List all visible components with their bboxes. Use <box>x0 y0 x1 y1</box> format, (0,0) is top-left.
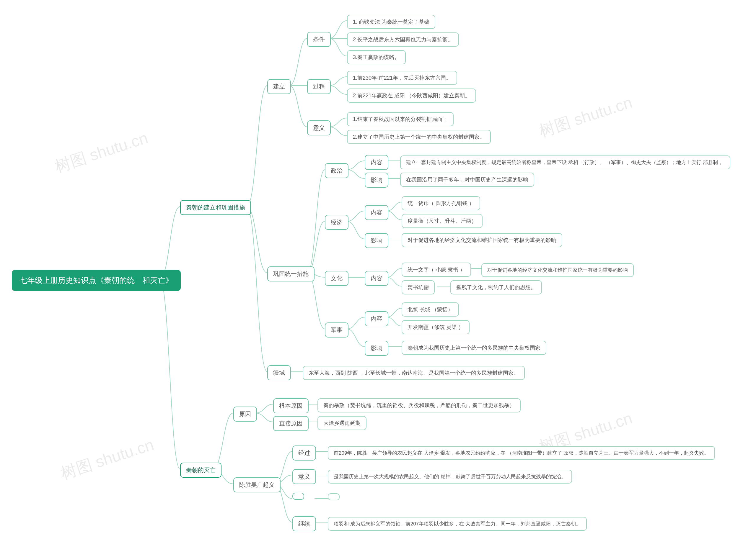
node-politics-impact[interactable]: 影响 <box>365 173 388 188</box>
node-culture-content[interactable]: 内容 <box>365 271 388 286</box>
leaf-military-south: 开发南疆（修筑 灵渠 ） <box>402 320 469 334</box>
leaf-economy-measure: 度量衡（尺寸、升斗、斤两） <box>402 214 482 228</box>
node-uprising-process[interactable]: 经过 <box>292 445 316 460</box>
leaf-culture-burn: 焚书坑儒 <box>402 280 435 294</box>
node-politics[interactable]: 政治 <box>325 163 348 178</box>
leaf-military-impact: 秦朝成为我国历史上第一个统一的多民族的中央集权国家 <box>402 341 546 355</box>
node-military-impact[interactable]: 影响 <box>365 341 388 356</box>
node-economy[interactable]: 经济 <box>325 215 348 230</box>
leaf-politics-content: 建立一套封建专制主义中央集权制度，规定最高统治者称皇帝，皇帝下设 丞相 （行政）… <box>400 155 730 169</box>
watermark: 树图 shutu.cn <box>52 127 151 178</box>
node-economy-impact[interactable]: 影响 <box>365 233 388 248</box>
leaf-economy-impact: 对于促进各地的经济文化交流和维护国家统一有极为重要的影响 <box>402 233 562 247</box>
leaf-uprising-continue: 项羽和 成为后来起义军的领袖。前207年项羽以少胜多，在 大败秦军主力。同一年，… <box>328 517 587 531</box>
leaf-culture-script: 统一文字（ 小篆.隶书 ） <box>402 263 471 277</box>
node-fall-reason[interactable]: 原因 <box>233 407 257 422</box>
branch-establish-consolidate[interactable]: 秦朝的建立和巩固措施 <box>180 200 251 215</box>
leaf-economy-currency: 统一货币（ 圆形方孔铜钱 ） <box>402 196 480 211</box>
leaf-sig-2: 2.建立了中国历史上第一个统一的中央集权的封建国家。 <box>347 130 491 144</box>
node-root-cause[interactable]: 根本原因 <box>273 398 309 413</box>
leaf-uprising-continue-dup <box>328 493 340 500</box>
node-conditions[interactable]: 条件 <box>307 32 331 47</box>
node-military[interactable]: 军事 <box>325 322 348 337</box>
leaf-culture-burn-impact: 摧残了文化，制约了人们的思想。 <box>450 280 542 294</box>
node-uprising-sig[interactable]: 意义 <box>292 469 316 484</box>
node-significance[interactable]: 意义 <box>307 120 331 135</box>
leaf-proc-2: 2.前221年嬴政在 咸阳 （今陕西咸阳）建立秦朝。 <box>347 89 476 103</box>
node-uprising[interactable]: 陈胜吴广起义 <box>233 477 281 493</box>
node-territory[interactable]: 疆域 <box>267 365 291 380</box>
leaf-direct-cause: 大泽乡遇雨延期 <box>317 416 366 430</box>
leaf-uprising-sig: 是我国历史上第一次大规模的农民起义。他们的 精神，鼓舞了后世千百万劳动人民起来反… <box>328 470 572 484</box>
leaf-politics-impact: 在我国沿用了两千多年，对中国历史产生深远的影响 <box>400 173 534 187</box>
leaf-territory: 东至大海，西到 陇西 ，北至长城一带，南达南海。是我国第一个统一的多民族封建国家… <box>303 366 525 380</box>
leaf-military-wall: 北筑 长城 （蒙恬） <box>402 302 459 316</box>
node-economy-content[interactable]: 内容 <box>365 205 388 220</box>
leaf-cond-3: 3.秦王嬴政的谋略。 <box>347 50 406 64</box>
watermark: 树图 shutu.cn <box>58 434 157 485</box>
node-uprising-cont-spacer <box>292 493 304 500</box>
leaf-cond-2: 2.长平之战后东方六国再也无力与秦抗衡。 <box>347 32 459 47</box>
node-military-content[interactable]: 内容 <box>365 311 388 326</box>
node-process[interactable]: 过程 <box>307 79 331 94</box>
node-uprising-continue2[interactable]: 继续 <box>292 516 316 531</box>
leaf-culture-script-impact: 对于促进各地的经济文化交流和维护国家统一有极为重要的影响 <box>481 263 634 277</box>
branch-fall[interactable]: 秦朝的灭亡 <box>180 462 221 477</box>
leaf-cond-1: 1. 商鞅变法 为秦统一奠定了基础 <box>347 15 435 29</box>
leaf-root-cause: 秦的暴政（焚书坑儒，沉重的徭役、兵役和赋税，严酷的刑罚，秦二世更加残暴） <box>317 398 521 412</box>
leaf-proc-1: 1.前230年-前221年，先后灭掉东方六国。 <box>347 71 457 85</box>
root-node[interactable]: 七年级上册历史知识点《秦朝的统一和灭亡》 <box>12 270 181 291</box>
node-culture[interactable]: 文化 <box>325 271 348 286</box>
watermark: 树图 shutu.cn <box>537 92 635 142</box>
node-consolidate[interactable]: 巩固统一措施 <box>267 266 315 281</box>
leaf-uprising-process: 前209年，陈胜、吴广领导的农民起义在 大泽乡 爆发，各地农民纷纷响应，在 （河… <box>328 446 715 460</box>
mindmap-canvas: { "watermark": "树图 shutu.cn", "root": "七… <box>0 0 756 552</box>
node-establish[interactable]: 建立 <box>267 79 291 94</box>
leaf-sig-1: 1.结束了春秋战国以来的分裂割据局面； <box>347 112 454 126</box>
node-politics-content[interactable]: 内容 <box>365 155 388 170</box>
node-direct-cause[interactable]: 直接原因 <box>273 416 309 431</box>
